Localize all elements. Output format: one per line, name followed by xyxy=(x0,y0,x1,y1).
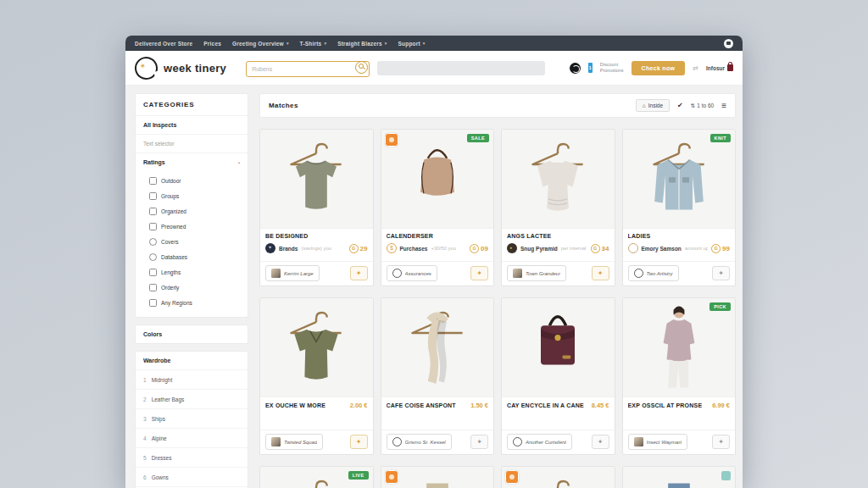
price-value: 09 xyxy=(481,245,488,252)
list-view-icon[interactable]: ≡ xyxy=(721,102,726,110)
seller-name[interactable]: Brands xyxy=(279,246,298,252)
logo[interactable]: week tinery xyxy=(135,57,226,80)
item-label: Alpine xyxy=(152,435,167,441)
product-image[interactable] xyxy=(623,467,736,488)
product-title[interactable]: CAFE COISE ANSPONT xyxy=(387,402,456,408)
collection-pill[interactable]: Grismo Sr. Kessel xyxy=(387,434,452,450)
filter-preowned[interactable]: Preowned xyxy=(149,219,242,234)
sidebar-item-ratings[interactable]: Ratings • xyxy=(136,152,248,171)
favorite-button[interactable]: ✦ xyxy=(592,266,609,280)
title-price-row: EXP OSSCIL AT PRONSE 6.99 € xyxy=(628,402,731,409)
collection-pill[interactable]: Another Curtsilent xyxy=(507,434,572,450)
account-text[interactable]: Discount Promotions xyxy=(600,62,624,75)
item-label: Midnight xyxy=(152,377,173,383)
product-image[interactable]: PICK xyxy=(623,298,736,397)
collection-pill[interactable]: Assurances xyxy=(387,265,437,281)
wardrobe-item[interactable]: 4Alpine xyxy=(136,428,248,447)
wardrobe-item[interactable]: 2Leather Bags xyxy=(136,389,248,408)
filter-databases[interactable]: Databases xyxy=(149,249,242,264)
seller-note: amount upward xyxy=(685,246,708,251)
search-icon[interactable] xyxy=(355,61,368,74)
product-title[interactable]: EX OUCHE W MORE xyxy=(265,402,326,408)
wardrobe-item[interactable]: 1Midnight xyxy=(136,369,248,389)
filter-covers[interactable]: Covers xyxy=(149,234,242,249)
nav-item-overview[interactable]: Greeting Overview▾ xyxy=(232,41,289,47)
filter-orderly[interactable]: Orderly xyxy=(149,280,242,295)
info-link[interactable]: Infosur xyxy=(706,64,733,71)
cart-icon[interactable] xyxy=(724,39,733,48)
wardrobe-item[interactable]: 5Dresses xyxy=(136,447,248,467)
seller-row: Brands (savings) you G29 xyxy=(265,243,368,253)
nav-item-prices[interactable]: Prices xyxy=(203,41,221,47)
filter-any-regions[interactable]: Any Regions xyxy=(149,295,242,310)
product-title[interactable]: CAY ENCYCLE IN A CANE xyxy=(507,402,584,408)
coin-icon: G xyxy=(349,244,359,253)
secondary-search-bar[interactable] xyxy=(377,61,545,75)
checkbox-icon xyxy=(149,192,157,200)
seller-name[interactable]: Emory Samson xyxy=(642,246,682,252)
seller-note: (savings) you xyxy=(301,246,331,251)
sidebar-item-selector[interactable]: Text selector xyxy=(136,134,248,152)
seller-name[interactable]: Purchases xyxy=(400,246,428,252)
vneck-top-image xyxy=(282,302,350,391)
favorite-button[interactable]: ✦ xyxy=(470,435,488,449)
wardrobe-item[interactable]: 3Ships xyxy=(136,408,248,428)
sort-control[interactable]: ⇅1 to 60 xyxy=(691,103,714,109)
favorite-button[interactable]: ✦ xyxy=(712,435,730,449)
favorite-button[interactable]: ✦ xyxy=(470,266,488,280)
product-image[interactable] xyxy=(502,130,615,229)
filter-outdoor[interactable]: Outdoor xyxy=(149,173,242,188)
search-input[interactable] xyxy=(246,61,370,77)
collection-pill[interactable]: Insect Waymart xyxy=(628,434,688,450)
check-icon[interactable]: ✔ xyxy=(677,102,683,109)
product-title[interactable]: CALENDERSER xyxy=(387,233,489,239)
product-image[interactable]: KNIT xyxy=(623,130,736,229)
product-info: CALENDERSER Purchases +30/50 you G09 xyxy=(381,229,494,253)
product-title[interactable]: BE DESIGNED xyxy=(265,233,368,239)
collection-pill[interactable]: Town Grandeur xyxy=(507,265,566,281)
product-image[interactable] xyxy=(502,298,615,397)
sidebar-item-all-inspects[interactable]: All Inspects xyxy=(136,115,248,134)
item-label: Ships xyxy=(152,416,165,422)
filter-lengths[interactable]: Lengths xyxy=(149,264,242,280)
user-avatar[interactable] xyxy=(570,63,581,74)
pill-label: Town Grandeur xyxy=(526,271,560,276)
collection-pill[interactable]: Kerrim Large xyxy=(265,265,320,281)
compare-icon[interactable]: ⇄ xyxy=(693,64,698,72)
nav-item-tshirts[interactable]: T-Shirts▾ xyxy=(300,41,327,47)
product-title[interactable]: EXP OSSCIL AT PRONSE xyxy=(628,402,703,408)
nav-item-blazers[interactable]: Straight Blazers▾ xyxy=(337,41,387,47)
product-image[interactable]: LIVE xyxy=(260,467,373,488)
wardrobe-item[interactable]: 6Gowns xyxy=(136,467,248,486)
product-image[interactable]: SALE xyxy=(381,130,494,229)
product-title[interactable]: ANGS LACTEE xyxy=(507,233,609,239)
nav-item-store[interactable]: Delivered Over Store xyxy=(135,41,192,47)
notification-badge[interactable]: 1 xyxy=(588,63,593,73)
thumbnail-icon xyxy=(513,269,522,278)
sidebar-item-colors[interactable]: Colors xyxy=(136,325,248,343)
blouse-image xyxy=(524,134,592,222)
favorite-button[interactable]: ✦ xyxy=(712,266,730,280)
nav-item-support[interactable]: Support▾ xyxy=(398,41,426,47)
price: G09 xyxy=(470,244,488,253)
checkbox-icon xyxy=(149,208,157,215)
product-image[interactable] xyxy=(381,298,494,397)
product-image[interactable] xyxy=(381,467,494,488)
collection-pill[interactable]: Two Artistry xyxy=(628,265,679,281)
collection-pill[interactable]: Twisted Squad xyxy=(265,434,323,450)
filter-label: Organized xyxy=(161,208,186,214)
product-image[interactable] xyxy=(260,130,373,229)
filter-groups[interactable]: Groups xyxy=(149,188,242,203)
colors-panel: Colors xyxy=(135,324,248,344)
favorite-button[interactable]: ✦ xyxy=(350,435,368,449)
filter-organized[interactable]: Organized xyxy=(149,203,242,219)
favorite-button[interactable]: ✦ xyxy=(592,435,609,449)
product-image[interactable] xyxy=(260,298,373,397)
nav-item-label: Delivered Over Store xyxy=(135,41,192,47)
seller-name[interactable]: Snug Pyramid xyxy=(520,246,558,252)
product-title[interactable]: LADIES xyxy=(628,233,731,239)
inside-filter-button[interactable]: ⌂Inside xyxy=(636,99,670,112)
favorite-button[interactable]: ✦ xyxy=(350,266,368,280)
checkout-cta-button[interactable]: Check now xyxy=(632,61,686,75)
product-image[interactable] xyxy=(502,467,615,488)
